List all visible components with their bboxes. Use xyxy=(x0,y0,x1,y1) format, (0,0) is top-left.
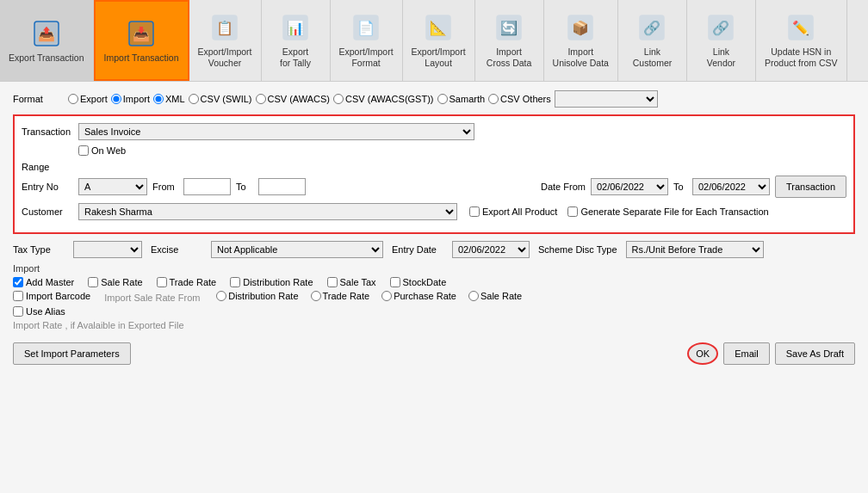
excise-label: Excise xyxy=(151,244,202,255)
export-all-product-item[interactable]: Export All Product xyxy=(469,206,557,217)
on-web-item[interactable]: On Web xyxy=(78,145,126,156)
format-row: Format Export Import XML CSV (SWIL) CSV … xyxy=(13,90,855,108)
dist-rate-radio[interactable] xyxy=(216,291,226,301)
generate-separate-item[interactable]: Generate Separate File for Each Transact… xyxy=(567,206,768,217)
use-alias-label: Use Alias xyxy=(26,306,65,317)
csv-swil-radio[interactable] xyxy=(189,94,199,104)
export-radio[interactable] xyxy=(68,94,78,104)
purchase-rate-radio-item[interactable]: Purchase Rate xyxy=(381,291,456,301)
transaction-select[interactable]: Sales Invoice xyxy=(78,123,474,140)
toolbar-export-transaction-label: Export Transaction xyxy=(9,52,84,64)
toolbar-export-for-tally[interactable]: 📊 Exportfor Tally xyxy=(262,0,331,81)
distribution-rate-checkbox[interactable] xyxy=(230,277,240,287)
csv-swil-radio-item[interactable]: CSV (SWIL) xyxy=(189,94,252,104)
toolbar-export-for-tally-label: Exportfor Tally xyxy=(280,46,311,68)
csv-awacs-radio-item[interactable]: CSV (AWACS) xyxy=(256,94,331,104)
toolbar-export-import-format[interactable]: 📄 Export/ImportFormat xyxy=(331,0,403,81)
entry-date-label: Entry Date xyxy=(392,244,443,255)
main-content: Format Export Import XML CSV (SWIL) CSV … xyxy=(0,82,868,493)
generate-separate-label: Generate Separate File for Each Transact… xyxy=(580,206,768,217)
purchase-rate-radio[interactable] xyxy=(381,291,392,301)
toolbar-export-import-voucher[interactable]: 📋 Export/ImportVoucher xyxy=(189,0,262,81)
csv-others-radio[interactable] xyxy=(488,94,499,104)
use-alias-checkbox[interactable] xyxy=(13,306,23,317)
export-all-product-checkbox[interactable] xyxy=(469,206,480,217)
csv-others-radio-item[interactable]: CSV Others xyxy=(488,94,551,104)
customer-select[interactable]: Rakesh Sharma xyxy=(78,203,457,220)
to-label: To xyxy=(236,182,253,192)
distribution-rate-item[interactable]: Distribution Rate xyxy=(230,277,313,287)
import-radio-item[interactable]: Import xyxy=(111,94,150,104)
csv-awacs-gst-radio[interactable] xyxy=(333,94,344,104)
format-select[interactable] xyxy=(555,90,658,108)
trade-rate-radio[interactable] xyxy=(311,291,321,301)
sale-rate-radio[interactable] xyxy=(468,291,479,301)
import-sale-rate-label: Import Sale Rate From xyxy=(104,291,208,303)
toolbar-update-hsn[interactable]: ✏️ Update HSN inProduct from CSV xyxy=(756,0,847,81)
trade-rate-label: Trade Rate xyxy=(170,277,217,287)
csv-awacs-gst-radio-item[interactable]: CSV (AWACS(GST)) xyxy=(333,94,433,104)
sale-rate-radio-item[interactable]: Sale Rate xyxy=(468,291,522,301)
trade-rate-radio-item[interactable]: Trade Rate xyxy=(311,291,370,301)
samarth-radio[interactable] xyxy=(437,94,448,104)
import-barcode-checkbox[interactable] xyxy=(13,291,23,301)
import-barcode-item[interactable]: Import Barcode xyxy=(13,291,90,301)
link-customer-icon: 🔗 xyxy=(636,12,667,43)
stock-date-checkbox[interactable] xyxy=(390,277,400,287)
csv-awacs-radio[interactable] xyxy=(256,94,266,104)
entry-select[interactable]: A xyxy=(78,178,147,195)
entry-date-select[interactable]: 02/06/2022 xyxy=(452,241,530,258)
toolbar-import-unisolve[interactable]: 📦 ImportUnisolve Data xyxy=(544,0,618,81)
export-import-layout-icon: 📐 xyxy=(423,12,454,43)
sale-rate-checkbox[interactable] xyxy=(88,277,98,287)
svg-text:📄: 📄 xyxy=(357,20,375,36)
xml-radio[interactable] xyxy=(153,94,164,104)
on-web-checkbox[interactable] xyxy=(78,145,89,156)
date-to-select[interactable]: 02/06/2022 xyxy=(692,178,770,195)
add-master-checkbox[interactable] xyxy=(13,277,23,287)
samarth-radio-item[interactable]: Samarth xyxy=(437,94,486,104)
toolbar-export-transaction[interactable]: 📤 Export Transaction xyxy=(0,0,94,81)
transaction-button[interactable]: Transaction xyxy=(775,176,846,198)
sale-tax-item[interactable]: Sale Tax xyxy=(327,277,376,287)
export-radio-item[interactable]: Export xyxy=(68,94,108,104)
on-web-row: On Web xyxy=(22,145,846,156)
import-radio[interactable] xyxy=(111,94,121,104)
email-button[interactable]: Email xyxy=(723,342,770,365)
excise-select[interactable]: Not Applicable xyxy=(211,241,383,258)
sale-rate-radio-label: Sale Rate xyxy=(480,291,522,301)
trade-rate-item[interactable]: Trade Rate xyxy=(157,277,217,287)
svg-text:📊: 📊 xyxy=(287,20,304,36)
sale-tax-label: Sale Tax xyxy=(340,277,376,287)
dist-rate-radio-item[interactable]: Distribution Rate xyxy=(216,291,298,301)
toolbar-export-import-layout[interactable]: 📐 Export/ImportLayout xyxy=(403,0,475,81)
toolbar-link-vendor[interactable]: 🔗 LinkVendor xyxy=(687,0,756,81)
sale-tax-checkbox[interactable] xyxy=(327,277,338,287)
date-from-select[interactable]: 02/06/2022 xyxy=(591,178,668,195)
svg-text:✏️: ✏️ xyxy=(792,20,809,36)
csv-swil-label: CSV (SWIL) xyxy=(201,94,252,104)
ok-button[interactable]: OK xyxy=(687,342,718,365)
save-as-draft-button[interactable]: Save As Draft xyxy=(775,342,855,365)
use-alias-item[interactable]: Use Alias xyxy=(13,306,855,317)
stock-date-item[interactable]: StockDate xyxy=(390,277,447,287)
sale-rate-item[interactable]: Sale Rate xyxy=(88,277,142,287)
generate-separate-checkbox[interactable] xyxy=(567,206,578,217)
import-transaction-icon: 📥 xyxy=(126,18,157,49)
toolbar-import-cross-data[interactable]: 🔄 ImportCross Data xyxy=(475,0,544,81)
tax-type-label: Tax Type xyxy=(13,244,65,255)
trade-rate-checkbox[interactable] xyxy=(157,277,167,287)
add-master-item[interactable]: Add Master xyxy=(13,277,74,287)
toolbar-link-customer[interactable]: 🔗 LinkCustomer xyxy=(618,0,687,81)
tax-type-select[interactable] xyxy=(73,241,142,258)
scheme-disc-select[interactable]: Rs./Unit Before Trade xyxy=(626,241,764,258)
toolbar-import-transaction[interactable]: 📥 Import Transaction xyxy=(94,0,189,81)
import-radio-label: Import xyxy=(123,94,150,104)
on-web-label: On Web xyxy=(91,145,126,156)
svg-text:📐: 📐 xyxy=(430,20,447,36)
from-input[interactable] xyxy=(183,178,231,195)
set-import-parameters-button[interactable]: Set Import Parameters xyxy=(13,342,131,365)
to-input[interactable] xyxy=(258,178,306,195)
import-rate-note: Import Rate , if Avalaible in Exported F… xyxy=(13,320,855,330)
xml-radio-item[interactable]: XML xyxy=(153,94,185,104)
